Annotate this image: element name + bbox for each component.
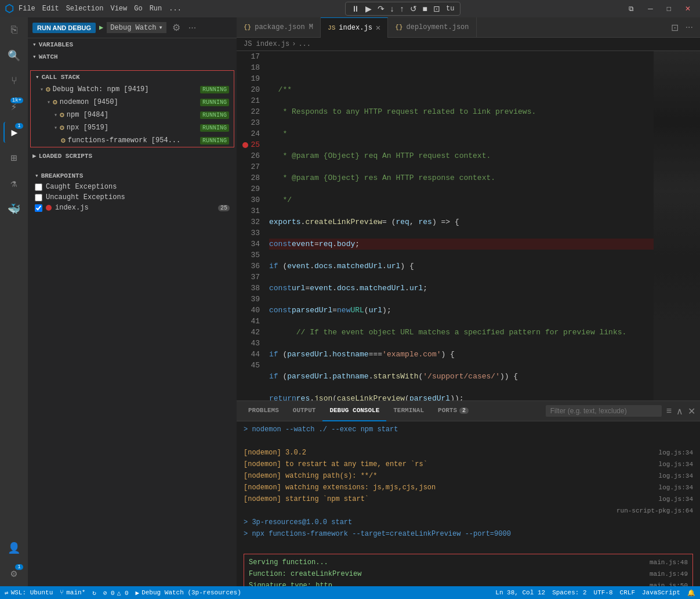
running-badge-4: RUNNING [200,137,229,145]
code-line-18: /** [269,84,654,95]
more-editor-button[interactable]: ··· [683,21,695,34]
call-stack-header[interactable]: ▾ CALL STACK [31,71,234,83]
menu-go[interactable]: Go [134,5,142,13]
split-editor-button[interactable]: ⊡ [669,21,681,34]
spaces-indicator[interactable]: Spaces: 2 [552,589,586,596]
scroll-to-bottom-button[interactable]: ∧ [676,406,683,417]
settings-icon[interactable]: ⚙ 1 [3,563,24,584]
language-indicator[interactable]: JavaScript [642,589,680,596]
encoding-indicator[interactable]: UTF-8 [594,589,613,596]
tab-index-js[interactable]: JS index.js ✕ [321,17,388,38]
call-stack-item-1[interactable]: ▾ ⚙ nodemon [9450] RUNNING [31,96,234,109]
docker-icon[interactable]: 🐳 [3,199,24,219]
loaded-scripts-header[interactable]: ▶ LOADED SCRIPTS [28,150,237,162]
test-icon[interactable]: ⚗ [3,173,24,194]
maximize-button[interactable]: □ [662,2,676,15]
index-js-checkbox[interactable] [35,204,42,212]
menu-view[interactable]: View [110,5,127,13]
step-over-button[interactable]: ↷ [375,3,387,14]
debug-session[interactable]: ▶ Debug Watch (3p-resources) [136,589,241,597]
remote-icon: ⇌ [5,589,9,597]
process-icon: ⚙ [61,136,66,145]
tab-problems[interactable]: PROBLEMS [241,401,286,421]
wsl-indicator[interactable]: ⇌ WSL: Ubuntu [5,589,53,597]
call-stack-item-4[interactable]: ⚙ functions-framework [954... RUNNING [31,134,234,147]
git-branch[interactable]: ⑂ main* [60,589,85,596]
breadcrumb-symbol[interactable]: ... [298,40,311,48]
close-panel-button[interactable]: ✕ [688,406,695,417]
step-out-button[interactable]: ↑ [398,3,407,14]
breakpoint-line-badge: 25 [218,205,230,211]
tab-ports[interactable]: PORTS 2 [431,401,476,421]
menu-more[interactable]: ... [169,5,182,13]
restart-button[interactable]: ↺ [408,3,419,14]
call-stack-item-3[interactable]: ▾ ⚙ npx [9519] RUNNING [31,121,234,134]
watch-section-header[interactable]: ▾ WATCH [28,50,237,63]
code-line-20: * [269,128,654,139]
breakpoints-header[interactable]: ▾ BREAKPOINTS [30,169,234,182]
caught-exceptions-checkbox[interactable] [35,183,42,191]
process-icon: ⚙ [53,98,57,107]
menu-run[interactable]: Run [150,5,162,13]
more-button[interactable]: ··· [186,21,198,34]
console-content: > nodemon --watch ./ --exec npm start [n… [237,421,700,586]
tab-close-button[interactable]: ✕ [376,23,380,33]
code-content[interactable]: /** * Responds to any HTTP request relat… [264,51,654,400]
tab-package-json[interactable]: {} package.json M [237,17,321,38]
tab-terminal[interactable]: TERMINAL [386,401,431,421]
running-badge-3: RUNNING [200,124,229,132]
uncaught-exceptions-item[interactable]: Uncaught Exceptions [30,192,234,203]
caught-exceptions-item[interactable]: Caught Exceptions [30,182,234,192]
continue-button[interactable]: ▶ [363,3,374,14]
uncaught-exceptions-checkbox[interactable] [35,194,42,201]
code-line-22: * @param {Object} res An HTTP response c… [269,172,654,183]
tab-label-deployment-json: deployment.json [406,23,469,31]
chevron-icon: ▾ [54,124,57,131]
explorer-icon[interactable]: ⎘ [3,20,24,41]
panel-right: ≡ ∧ ✕ [546,405,695,417]
source-control-icon[interactable]: ⑂ [3,71,24,92]
debug-config-select[interactable]: Debug Watch ▾ [107,22,166,33]
minimize-button[interactable]: ─ [643,2,658,15]
wrap-lines-button[interactable]: ≡ [666,406,672,416]
notifications-bell[interactable]: 🔔 [687,589,695,597]
breadcrumb-separator: › [292,40,296,48]
spaces-label: Spaces: 2 [552,589,586,596]
activity-bar: ⎘ 🔍 ⑂ ⚡ 1k+ ▶ 1 ⊞ ⚗ 🐳 👤 ⚙ 1 [0,17,28,586]
stop-button[interactable]: ■ [420,3,430,14]
account-icon[interactable]: 👤 [3,537,24,558]
layout-button[interactable]: ⊡ [431,3,443,14]
layout-toggle-icon[interactable]: ⧉ [624,2,639,15]
js-file-icon: JS [328,24,335,31]
line-col-indicator[interactable]: Ln 38, Col 12 [495,589,545,596]
error-icon: ⊘ 0 [103,589,115,597]
run-debug-activity-icon[interactable]: ▶ 1 [3,122,24,143]
tab-debug-console[interactable]: DEBUG CONSOLE [322,401,386,421]
close-button[interactable]: ✕ [680,2,695,15]
tab-deployment-json[interactable]: {} deployment.json [388,17,476,38]
console-line-prompt-1: > nodemon --watch ./ --exec npm start [244,424,693,435]
pause-button[interactable]: ⏸ [349,3,362,14]
breadcrumb-file[interactable]: JS index.js [244,40,289,48]
run-and-debug-button[interactable]: RUN AND DEBUG [32,23,96,33]
tab-output[interactable]: OUTPUT [286,401,323,421]
call-stack-item-2[interactable]: ▾ ⚙ npm [9484] RUNNING [31,109,234,121]
menu-edit[interactable]: Edit [42,5,59,13]
debug-label: Debug Watch (3p-resources) [142,589,241,596]
sync-indicator[interactable]: ↻ [92,589,96,597]
menu-selection[interactable]: Selection [66,5,104,13]
menu-file[interactable]: File [19,5,35,13]
filter-input[interactable] [546,405,662,417]
extensions-icon[interactable]: ⚡ 1k+ [3,96,24,117]
call-stack-item-0[interactable]: ▾ ⚙ Debug Watch: npm [9419] RUNNING [31,83,234,96]
search-icon[interactable]: 🔍 [3,45,24,66]
index-js-breakpoint-item[interactable]: index.js 25 [30,203,234,213]
gear-config-button[interactable]: ⚙ [170,21,183,34]
eol-indicator[interactable]: CRLF [620,589,635,596]
step-into-button[interactable]: ↓ [388,3,397,14]
errors-count[interactable]: ⊘ 0 △ 0 [103,589,129,597]
code-line-17 [269,62,654,73]
uncaught-exceptions-label: Uncaught Exceptions [46,193,125,201]
variables-section-header[interactable]: ▾ VARIABLES [28,38,237,50]
remote-explorer-icon[interactable]: ⊞ [3,147,24,168]
